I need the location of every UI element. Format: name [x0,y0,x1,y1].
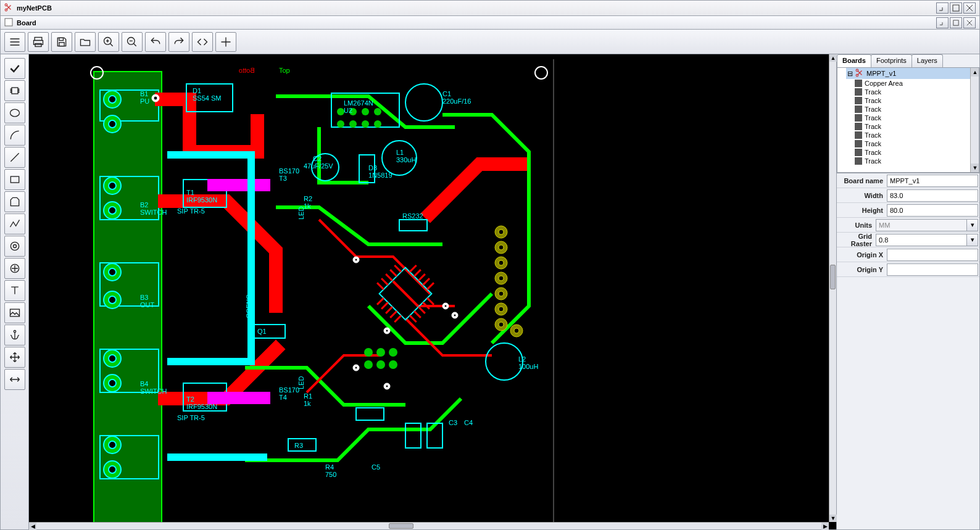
svg-text:GSENS: GSENS [245,294,252,318]
scroll-down-icon[interactable]: ▼ [971,164,979,172]
redo-button[interactable] [168,32,189,52]
tree-item[interactable]: Track [855,96,979,105]
horizontal-scrollbar[interactable]: ◀ ▶ [29,522,829,529]
ellipse-tool[interactable] [4,102,25,123]
scroll-thumb[interactable] [389,523,413,529]
svg-line-69 [381,278,388,285]
move-tool[interactable] [4,347,25,368]
tree-root[interactable]: ⊟ MPPT_v1 [846,68,979,79]
tree-item[interactable]: Copper Area [855,79,979,88]
origin-button[interactable] [215,32,236,52]
svg-rect-5 [35,37,42,40]
tree-item[interactable]: Track [855,114,979,122]
tree-item[interactable]: Track [855,131,979,139]
via-tool[interactable] [4,236,25,257]
svg-text:T3: T3 [279,175,287,182]
svg-text:L2: L2 [518,355,526,363]
code-button[interactable] [192,32,213,52]
originy-input[interactable] [887,263,978,276]
tree-item[interactable]: Track [855,157,979,165]
tree-item-label: Track [865,114,881,122]
scroll-up-icon[interactable]: ▲ [971,68,979,77]
tab-layers[interactable]: Layers [911,54,943,67]
minimize-button[interactable] [936,2,949,14]
line-tool[interactable] [4,147,25,168]
arc-tool[interactable] [4,125,25,146]
tree-item[interactable]: Track [855,139,979,148]
text-tool[interactable] [4,280,25,301]
svg-text:LM2674N: LM2674N [344,99,373,107]
maximize-button[interactable] [950,2,962,14]
pcb-canvas[interactable]: D1 SS54 SM LM2674N U2 C1 220uF/16 L1 330… [29,54,836,529]
save-button[interactable] [51,32,72,52]
svg-point-120 [362,108,369,115]
anchor-tool[interactable] [4,325,25,346]
object-tree[interactable]: ⊟ MPPT_v1 Copper AreaTrackTrackTrackTrac… [837,68,979,173]
tree-item[interactable]: Track [855,88,979,96]
scroll-down-icon[interactable]: ▼ [829,515,837,522]
height-input[interactable] [887,204,978,217]
grid-select[interactable] [876,234,967,246]
scroll-left-icon[interactable]: ◀ [29,523,36,530]
svg-point-105 [355,259,357,261]
menu-button[interactable] [4,32,25,52]
svg-rect-59 [399,220,427,231]
sub-maximize-button[interactable] [950,17,962,28]
sub-minimize-button[interactable] [936,17,949,28]
expand-icon[interactable]: ⊟ [847,70,853,78]
units-select[interactable] [876,219,967,231]
print-button[interactable] [28,32,49,52]
scroll-right-icon[interactable]: ▶ [821,523,829,530]
svg-rect-63 [405,423,421,448]
pcb-board: D1 SS54 SM LM2674N U2 C1 220uF/16 L1 330… [60,59,560,522]
open-button[interactable] [75,32,96,52]
svg-text:B3: B3 [140,294,148,301]
board-name-input[interactable] [887,175,978,187]
svg-text:T2: T2 [186,395,194,403]
tab-footprints[interactable]: Footprints [871,54,912,67]
width-input[interactable] [887,189,978,202]
rect-tool[interactable] [4,169,25,190]
tree-item[interactable]: Track [855,122,979,131]
svg-rect-9 [59,42,64,46]
svg-text:T4: T4 [279,394,287,401]
layer-icon [855,114,862,122]
sub-close-button[interactable] [963,17,976,28]
component-tool[interactable] [4,80,25,101]
track-tool[interactable] [4,213,25,234]
vertical-scrollbar[interactable]: ▲ ▼ [829,54,836,522]
svg-line-76 [410,265,417,272]
svg-point-121 [374,108,381,115]
svg-point-128 [389,348,397,357]
outline-tool[interactable] [4,191,25,212]
svg-rect-12 [12,88,18,94]
select-tool[interactable] [4,58,25,79]
measure-tool[interactable] [4,369,25,390]
close-button[interactable] [963,2,976,14]
svg-line-67 [390,270,397,276]
zoom-in-button[interactable] [98,32,119,52]
chevron-down-icon[interactable]: ▾ [967,219,978,231]
tree-item[interactable]: Track [855,105,979,114]
zoom-out-button[interactable] [122,32,143,52]
tree-item[interactable]: Track [855,148,979,157]
svg-point-15 [10,242,19,250]
scroll-thumb[interactable] [830,265,836,289]
hole-tool[interactable] [4,258,25,279]
undo-button[interactable] [145,32,166,52]
svg-text:SIP TR-5: SIP TR-5 [177,414,205,421]
originx-label: Origin X [837,251,887,259]
originx-input[interactable] [887,249,978,261]
svg-point-93 [499,276,504,281]
scroll-up-icon[interactable]: ▲ [829,54,837,62]
chevron-down-icon[interactable]: ▾ [967,234,978,246]
svg-rect-3 [5,19,12,26]
svg-text:IRF9530N: IRF9530N [186,196,217,204]
image-tool[interactable] [4,302,25,323]
svg-text:C1: C1 [442,90,451,97]
tab-boards[interactable]: Boards [837,54,871,67]
width-label: Width [837,192,887,199]
svg-line-68 [386,274,392,281]
tree-scrollbar[interactable]: ▲ ▼ [970,68,979,172]
svg-text:B1: B1 [140,90,148,97]
